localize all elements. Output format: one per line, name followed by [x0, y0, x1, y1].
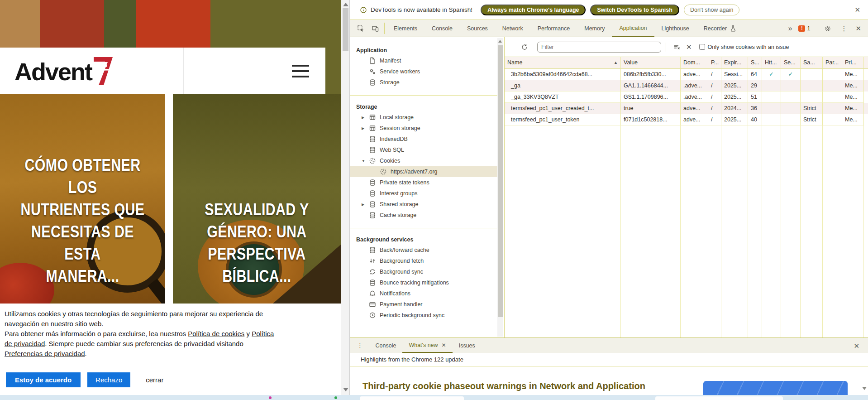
tab-lighthouse[interactable]: Lighthouse	[654, 20, 696, 37]
drawer-tab-whats-new[interactable]: What's new ✕	[402, 338, 452, 353]
agree-button[interactable]: Estoy de acuerdo	[6, 372, 81, 387]
column-header-samesite[interactable]: Sa...	[801, 57, 823, 68]
column-header-value[interactable]: Value	[621, 57, 681, 68]
close-tab-icon[interactable]: ✕	[442, 342, 446, 348]
devtools-close-icon[interactable]: ✕	[853, 24, 864, 33]
tab-elements[interactable]: Elements	[386, 20, 424, 37]
taskbar-app-icon[interactable]	[334, 396, 337, 399]
privacy-preferences-link[interactable]: Preferencias de privacidad	[5, 350, 85, 357]
sidebar-item-service-workers[interactable]: Service workers	[350, 66, 503, 77]
only-issue-label[interactable]: Only show cookies with an issue	[708, 44, 789, 50]
taskbar-search-box[interactable]	[360, 396, 464, 400]
sidebar-item-storage[interactable]: Storage	[350, 77, 503, 88]
match-language-button[interactable]: Always match Chrome's language	[481, 5, 586, 15]
sidebar-item-periodic-background-sync[interactable]: Periodic background sync	[350, 310, 503, 321]
article-title: CÓMO OBTENER LOS NUTRIENTES QUE NECESITA…	[0, 154, 165, 287]
sidebar-item-payment-handler[interactable]: Payment handler	[350, 299, 503, 310]
refresh-icon[interactable]	[521, 43, 528, 51]
taskbar-app-icon[interactable]	[269, 396, 272, 399]
column-header-name[interactable]: Name▲	[505, 57, 621, 68]
reject-button[interactable]: Rechazo	[87, 372, 130, 387]
device-toolbar-icon[interactable]	[368, 20, 382, 37]
devtools-menu-icon[interactable]: ⋮	[840, 24, 847, 33]
table-row[interactable]: termsfeed_pc1_user_created_t...trueadve.…	[505, 103, 868, 114]
tab-application[interactable]: Application	[612, 20, 654, 37]
table-row[interactable]: _ga_33KV3Q8VZTGS1.1.1709896....adve.../2…	[505, 92, 868, 103]
clear-filter-icon[interactable]	[673, 43, 681, 51]
sidebar-item-shared-storage[interactable]: ▶Shared storage	[350, 199, 503, 210]
tab-memory[interactable]: Memory	[577, 20, 612, 37]
switch-to-spanish-button[interactable]: Switch DevTools to Spanish	[590, 5, 679, 15]
sidebar-scrollbar[interactable]	[497, 38, 503, 337]
scroll-up-icon[interactable]	[498, 40, 502, 43]
sidebar-item-indexeddb[interactable]: IndexedDB	[350, 134, 503, 145]
scrollbar-thumb[interactable]	[498, 45, 503, 317]
page-scrollbar[interactable]	[341, 0, 350, 400]
drawer-menu-icon[interactable]: ⋮	[350, 338, 369, 353]
table-row[interactable]: _gaGA1.1.1466844....adve.../2025...29Me.…	[505, 80, 868, 92]
menu-hamburger-icon[interactable]	[292, 65, 309, 77]
cell-value: f071d1c502818...	[621, 114, 681, 125]
cell-expires: 2025...	[721, 80, 748, 92]
sidebar-item-https-advent7-org[interactable]: https://advent7.org	[350, 166, 503, 177]
filter-input[interactable]	[537, 42, 661, 53]
tab-performance[interactable]: Performance	[530, 20, 577, 37]
scroll-down-icon[interactable]	[343, 388, 348, 391]
sidebar-item-local-storage[interactable]: ▶Local storage	[350, 112, 503, 123]
sidebar-item-background-sync[interactable]: Background sync	[350, 266, 503, 277]
column-header-httponly[interactable]: Htt...	[762, 57, 781, 68]
tab-console[interactable]: Console	[424, 20, 460, 37]
column-header-secure[interactable]: Se...	[781, 57, 801, 68]
column-header-partition[interactable]: Par...	[823, 57, 842, 68]
sidebar-item-background-fetch[interactable]: Background fetch	[350, 255, 503, 266]
column-header-size[interactable]: S...	[748, 57, 762, 68]
drawer-tab-issues[interactable]: Issues	[453, 338, 482, 353]
sidebar-item-label: Manifest	[380, 58, 401, 64]
dont-show-again-button[interactable]: Don't show again	[684, 5, 740, 15]
drawer-tab-console[interactable]: Console	[369, 338, 403, 353]
chevron-down-icon[interactable]: ▼	[362, 159, 369, 163]
tab-recorder[interactable]: Recorder	[696, 20, 744, 37]
tab-sources[interactable]: Sources	[460, 20, 495, 37]
article-card-nutrients[interactable]: CÓMO OBTENER LOS NUTRIENTES QUE NECESITA…	[0, 94, 165, 304]
chevron-right-icon[interactable]: ▶	[362, 116, 369, 120]
sidebar-item-interest-groups[interactable]: Interest groups	[350, 188, 503, 199]
inspect-element-icon[interactable]	[353, 20, 368, 37]
settings-gear-icon[interactable]	[820, 25, 835, 32]
drawer-close-icon[interactable]: ✕	[851, 342, 862, 351]
sidebar-item-label: Interest groups	[380, 190, 417, 197]
column-header-priority[interactable]: Pri...	[842, 57, 864, 68]
taskbar-widget[interactable]	[655, 396, 783, 400]
sidebar-item-web-sql[interactable]: Web SQL	[350, 145, 503, 155]
article-card-sexuality[interactable]: SEXUALIDAD Y GÉNERO: UNA PERSPECTIVA BÍB…	[173, 94, 341, 304]
table-row[interactable]: 3b2b6ba5309af0d46642cda68...086b2fb5fb33…	[505, 69, 868, 80]
only-issue-checkbox[interactable]	[699, 44, 705, 50]
table-row[interactable]: termsfeed_pc1_user_tokenf071d1c502818...…	[505, 114, 868, 125]
drawer-scroll-down-icon[interactable]	[862, 387, 867, 390]
sidebar-item-bounce-tracking-mitigations[interactable]: Bounce tracking mitigations	[350, 277, 503, 288]
column-header-domain[interactable]: Dom...	[681, 57, 708, 68]
sidebar-item-cookies[interactable]: ▼Cookies	[350, 155, 503, 166]
sidebar-item-manifest[interactable]: Manifest	[350, 55, 503, 66]
tab-network[interactable]: Network	[495, 20, 530, 37]
column-header-expires[interactable]: Expir...	[721, 57, 748, 68]
sidebar-item-cache-storage[interactable]: Cache storage	[350, 210, 503, 221]
chevron-right-icon[interactable]: ▶	[362, 126, 369, 130]
sidebar-item-notifications[interactable]: Notifications	[350, 288, 503, 299]
notification-close-icon[interactable]: ✕	[852, 5, 863, 14]
scroll-up-icon[interactable]	[343, 3, 348, 6]
delete-cookies-icon[interactable]: ✕	[686, 43, 692, 51]
whats-new-heading[interactable]: Third-party cookie phaseout warnings in …	[362, 381, 645, 391]
issues-counter[interactable]: ! 1	[798, 25, 810, 32]
sidebar-item-back-forward-cache[interactable]: Back/forward cache	[350, 245, 503, 255]
cerrar-button[interactable]: cerrar	[143, 376, 166, 384]
consent-text: Para obtener más información o para excl…	[5, 330, 188, 337]
chevron-right-icon[interactable]: ▶	[362, 202, 369, 207]
cookies-policy-link[interactable]: Política de cookies	[188, 330, 244, 337]
sidebar-item-session-storage[interactable]: ▶Session storage	[350, 123, 503, 134]
scrollbar-thumb[interactable]	[343, 8, 348, 51]
more-tabs-icon[interactable]: »	[788, 24, 792, 33]
sidebar-item-private-state-tokens[interactable]: Private state tokens	[350, 177, 503, 188]
logo-box[interactable]: Advent	[0, 48, 184, 94]
column-header-path[interactable]: P...	[708, 57, 721, 68]
